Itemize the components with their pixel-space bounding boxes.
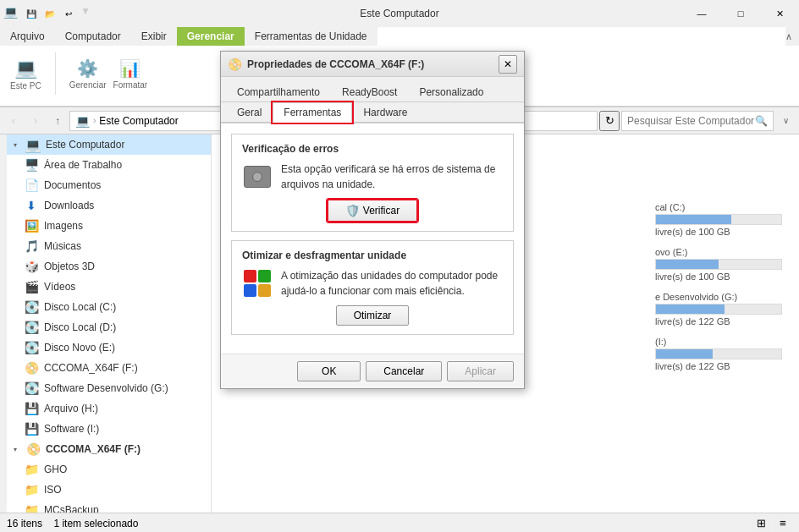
forward-button[interactable]: › — [25, 111, 46, 131]
quick-access-toolbar: 💻 💾 📂 ↩ ▼ — [0, 5, 96, 22]
sidebar-label-area-trabalho: Área de Trabalho — [44, 159, 122, 171]
images-icon: 🖼️ — [24, 218, 39, 233]
sidebar-label-disco-d: Disco Local (D:) — [44, 321, 116, 333]
refresh-button[interactable]: ↻ — [599, 111, 620, 131]
undo-quick-btn[interactable]: ↩ — [60, 5, 77, 22]
sidebar-item-disco-d[interactable]: 💽 Disco Local (D:) — [7, 317, 211, 337]
videos-icon: 🎬 — [24, 279, 39, 294]
verificacao-text: Esta opção verificará se há erros de sis… — [281, 162, 503, 192]
minimize-button[interactable]: — — [682, 0, 721, 27]
ribbon-expand-icon[interactable]: ∧ — [785, 31, 792, 42]
search-box: 🔍 — [621, 111, 774, 131]
sidebar-item-musicas[interactable]: 🎵 Músicas — [7, 236, 211, 256]
sidebar-label-cccoma-f2: CCCOMA_X64F (F:) — [46, 443, 141, 455]
search-input[interactable] — [627, 115, 755, 127]
sidebar-label-documentos: Documentos — [44, 179, 101, 191]
sidebar-label-cccoma-f: CCCOMA_X64F (F:) — [44, 362, 138, 374]
dialog-content: Verificação de erros Esta opção verifica… — [221, 123, 524, 354]
tab-ferramentas-unidade[interactable]: Ferramentas de Unidade — [245, 27, 377, 46]
maximize-button[interactable]: □ — [721, 0, 760, 27]
sidebar-item-imagens[interactable]: 🖼️ Imagens — [7, 216, 211, 236]
sidebar-label-arquivo-h: Arquivo (H:) — [44, 403, 98, 414]
sidebar-item-iso[interactable]: 📁 ISO — [7, 480, 211, 500]
dialog-tab-compartilhamento[interactable]: Compartilhamento — [226, 82, 331, 101]
dialog-tab-bar: Compartilhamento ReadyBoost Personalizad… — [221, 77, 524, 102]
sidebar-item-area-trabalho[interactable]: 🖥️ Área de Trabalho — [7, 155, 211, 175]
sidebar-item-software-g[interactable]: 💽 Software Desenvolvido (G:) — [7, 378, 211, 398]
dialog-tab-readyboost[interactable]: ReadyBoost — [331, 82, 408, 101]
drive-c-label: cal (C:) — [655, 202, 782, 212]
large-icons-view-button[interactable]: ⊞ — [752, 514, 770, 533]
sidebar-item-videos[interactable]: 🎬 Vídeos — [7, 277, 211, 297]
verificacao-btn-area: 🛡️ Verificar — [242, 199, 503, 222]
dialog-tab-personalizado[interactable]: Personalizado — [408, 82, 494, 101]
cccoma-icon: 📀 — [24, 360, 39, 376]
expand-button[interactable]: ∨ — [775, 111, 796, 131]
status-item-count: 16 itens 1 item selecionado — [7, 518, 138, 529]
otimizar-label: Otimizar — [354, 310, 392, 321]
sidebar-item-disco-c[interactable]: 💽 Disco Local (C:) — [7, 297, 211, 317]
sidebar-item-cccoma-f2[interactable]: ▾ 📀 CCCOMA_X64F (F:) — [7, 439, 211, 459]
sidebar-item-downloads[interactable]: ⬇ Downloads — [7, 195, 211, 216]
drive-c-bar-container — [655, 214, 782, 225]
verificar-button[interactable]: 🛡️ Verificar — [327, 199, 418, 222]
cancelar-button[interactable]: Cancelar — [366, 361, 442, 381]
sidebar: ▾ 💻 Este Computador 🖥️ Área de Trabalho … — [0, 134, 212, 513]
dialog-properties: 📀 Propriedades de CCCOMA_X64F (F:) ✕ Com… — [220, 51, 525, 389]
tab-exibir[interactable]: Exibir — [131, 27, 177, 46]
expand-icon-2: ▾ — [10, 444, 20, 454]
sidebar-label-iso: ISO — [44, 484, 62, 496]
path-icon: 💻 — [75, 114, 90, 128]
close-button[interactable]: ✕ — [760, 0, 799, 27]
sidebar-label-software-g: Software Desenvolvido (G:) — [44, 382, 168, 394]
sidebar-item-mcsbackup[interactable]: 📁 MCsBackup — [7, 500, 211, 513]
path-segment-este-computador[interactable]: Este Computador — [99, 115, 178, 127]
aplicar-button[interactable]: Aplicar — [447, 361, 514, 381]
sidebar-item-este-computador[interactable]: ▾ 💻 Este Computador — [7, 134, 211, 155]
downloads-icon: ⬇ — [24, 198, 39, 213]
tab-arquivo[interactable]: Arquivo — [0, 27, 55, 46]
drive-i-label: (I:) — [655, 337, 782, 347]
dialog-footer: OK Cancelar Aplicar — [221, 354, 524, 388]
otimizar-button[interactable]: Otimizar — [336, 305, 410, 326]
drive-i-bar-container — [655, 348, 782, 359]
sidebar-item-cccoma-f[interactable]: 📀 CCCOMA_X64F (F:) — [7, 358, 211, 378]
path-separator-1: › — [93, 116, 96, 125]
dialog-close-button[interactable]: ✕ — [499, 55, 517, 74]
otimizar-btn-area: Otimizar — [242, 305, 503, 326]
up-button[interactable]: ↑ — [47, 111, 68, 131]
otimizar-text: A otimização das unidades do computador … — [281, 268, 503, 299]
sidebar-item-disco-e[interactable]: 💽 Disco Novo (E:) — [7, 337, 211, 358]
sidebar-item-objetos3d[interactable]: 🎲 Objetos 3D — [7, 256, 211, 277]
dialog-title-icon: 📀 — [228, 58, 242, 71]
dialog-tab-hardware[interactable]: Hardware — [352, 102, 418, 122]
save-quick-btn[interactable]: 💾 — [23, 5, 40, 22]
sidebar-label-downloads: Downloads — [44, 200, 94, 211]
back-button[interactable]: ‹ — [3, 111, 24, 131]
gho-icon: 📁 — [24, 462, 39, 477]
details-view-button[interactable]: ≡ — [774, 514, 792, 533]
drive-i-bar — [656, 349, 713, 359]
app-icon: 💻 — [3, 5, 18, 22]
arquivo-h-icon: 💾 — [24, 401, 39, 416]
sidebar-label-videos: Vídeos — [44, 281, 75, 293]
sidebar-item-arquivo-h[interactable]: 💾 Arquivo (H:) — [7, 398, 211, 419]
drive-info-c: cal (C:) livre(s) de 100 GB — [655, 202, 782, 237]
sidebar-item-documentos[interactable]: 📄 Documentos — [7, 175, 211, 195]
dialog-title-bar: 📀 Propriedades de CCCOMA_X64F (F:) ✕ — [221, 52, 524, 77]
desktop-icon: 🖥️ — [24, 157, 39, 173]
ok-button[interactable]: OK — [297, 361, 361, 381]
sidebar-label-objetos3d: Objetos 3D — [44, 261, 95, 272]
dialog-tab-ferramentas[interactable]: Ferramentas — [273, 102, 352, 123]
folder-quick-btn[interactable]: 📂 — [41, 5, 58, 22]
sidebar-label-este-computador: Este Computador — [46, 139, 124, 151]
sidebar-item-gho[interactable]: 📁 GHO — [7, 459, 211, 480]
dialog-tab-geral[interactable]: Geral — [226, 102, 273, 122]
tab-gerenciar[interactable]: Gerenciar — [177, 27, 245, 46]
title-bar: 💻 💾 📂 ↩ ▼ Este Computador — □ ✕ — [0, 0, 799, 27]
verificar-label: Verificar — [363, 205, 400, 217]
tab-computador[interactable]: Computador — [55, 27, 131, 46]
drive-g-bar — [656, 304, 725, 314]
dialog-tab-bar-2: Geral Ferramentas Hardware — [221, 102, 524, 123]
sidebar-item-software-i[interactable]: 💾 Software (I:) — [7, 419, 211, 439]
